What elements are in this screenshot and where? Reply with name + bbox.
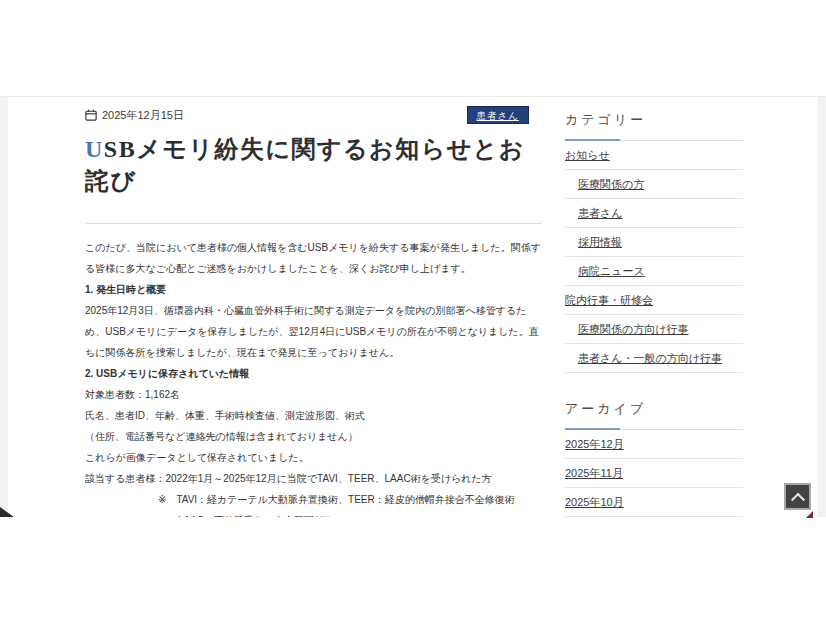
category-heading-accent-bar — [565, 139, 620, 141]
section-2-heading: 2. USBメモリに保存されていた情報 — [85, 363, 542, 384]
sidebar-item-medical-events: 医療関係の方向け行事 — [565, 315, 743, 344]
section-2-line: 氏名、患者ID、年齢、体重、手術時検査値、測定波形図、術式 — [85, 405, 542, 426]
section-1-paragraph: 2025年12月3日、循環器内科・心臓血管外科手術に関する測定データを院内の別部… — [85, 300, 542, 363]
announcement-article: 2025年12月15日 患者さん USBメモリ紛失に関するお知らせとお詫び この… — [85, 106, 542, 517]
article-date: 2025年12月15日 — [85, 108, 184, 123]
section-2-line: 対象患者数：1,162名 — [85, 384, 542, 405]
content-card: 2025年12月15日 患者さん USBメモリ紛失に関するお知らせとお詫び この… — [8, 97, 818, 517]
category-badge-patients[interactable]: 患者さん — [467, 106, 529, 125]
archive-item-2025-11: 2025年11月 — [565, 459, 743, 488]
section-2-line: これらが画像データとして保存されていました。 — [85, 447, 542, 468]
category-list: お知らせ 医療関係の方 患者さん 採用情報 病院ニュース 院内行事・研修会 医療… — [565, 141, 743, 373]
chevron-up-icon — [790, 492, 804, 506]
sidebar-item-patients: 患者さん — [565, 199, 743, 228]
section-2-note: ※ TAVI：経カテーテル大動脈弁置換術、TEER：経皮的僧帽弁接合不全修復術 — [85, 489, 542, 510]
sidebar-item-patient-events: 患者さん・一般の方向け行事 — [565, 344, 743, 373]
intro-paragraph: このたび、当院において患者様の個人情報を含むUSBメモリを紛失する事案が発生しま… — [85, 237, 542, 279]
section-2-line: （住所、電話番号など連絡先の情報は含まれておりません） — [85, 426, 542, 447]
sidebar: カテゴリー お知らせ 医療関係の方 患者さん 採用情報 病院ニュース 院内行事・… — [565, 105, 743, 517]
sidebar-item-news: お知らせ — [565, 141, 743, 170]
archive-block: アーカイブ 2025年12月 2025年11月 2025年10月 2025年9月… — [565, 394, 743, 517]
archive-heading-accent-bar — [565, 428, 620, 430]
article-body: このたび、当院において患者様の個人情報を含むUSBメモリを紛失する事案が発生しま… — [85, 237, 542, 517]
title-divider — [85, 223, 542, 224]
page-background-band: 2025年12月15日 患者さん USBメモリ紛失に関するお知らせとお詫び この… — [0, 96, 826, 517]
section-2-note: LAAC：不整脈手術（左心耳閉鎖術） — [85, 510, 542, 517]
archive-item-2025-12: 2025年12月 — [565, 430, 743, 459]
sidebar-item-hospital-news: 病院ニュース — [565, 257, 743, 286]
sidebar-item-events: 院内行事・研修会 — [565, 286, 743, 315]
page-title: USBメモリ紛失に関するお知らせとお詫び — [85, 133, 542, 197]
sidebar-item-medical-staff: 医療関係の方 — [565, 170, 743, 199]
archive-item-2025-10: 2025年10月 — [565, 488, 743, 517]
section-1-heading: 1. 発生日時と概要 — [85, 279, 542, 300]
section-2-line: 該当する患者様：2022年1月～2025年12月に当院でTAVI、TEER、LA… — [85, 468, 542, 489]
article-date-text: 2025年12月15日 — [102, 108, 184, 123]
sidebar-item-recruit: 採用情報 — [565, 228, 743, 257]
archive-heading: アーカイブ — [565, 394, 743, 430]
calendar-icon — [85, 109, 97, 121]
archive-list: 2025年12月 2025年11月 2025年10月 2025年9月 2025年… — [565, 430, 743, 517]
article-meta-row: 2025年12月15日 患者さん — [85, 106, 542, 124]
category-heading: カテゴリー — [565, 105, 743, 141]
back-to-top-button[interactable] — [784, 483, 811, 510]
